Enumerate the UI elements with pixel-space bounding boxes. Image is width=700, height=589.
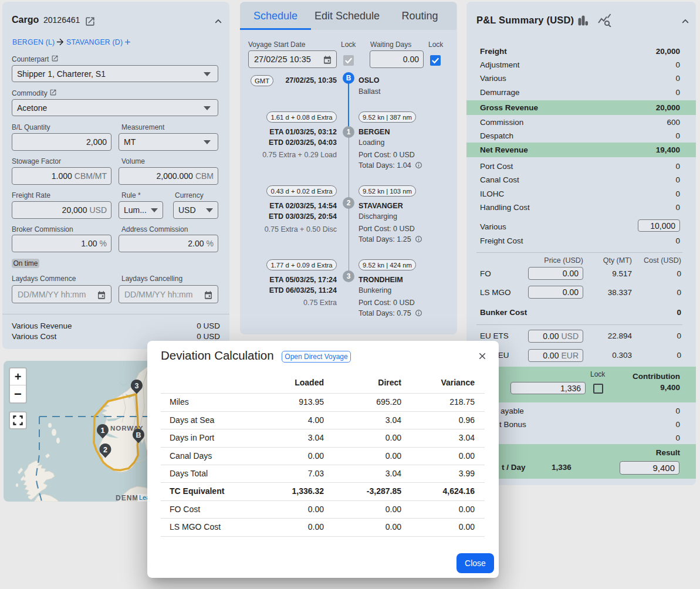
svg-text:1: 1 bbox=[101, 426, 105, 435]
svg-text:3: 3 bbox=[135, 382, 139, 390]
svg-text:2: 2 bbox=[103, 446, 107, 454]
svg-text:DENM: DENM bbox=[116, 494, 138, 502]
svg-text:B: B bbox=[136, 431, 141, 439]
